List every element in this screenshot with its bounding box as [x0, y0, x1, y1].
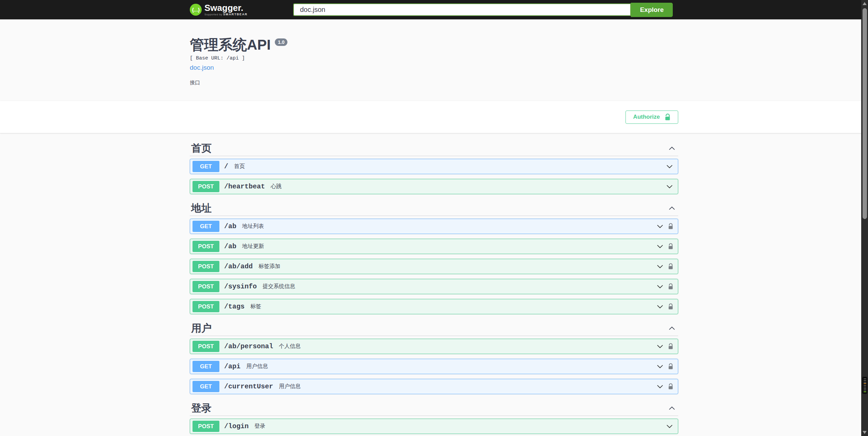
chevron-down-icon[interactable]: [656, 243, 664, 250]
operation-summary: 个人信息: [279, 343, 301, 350]
section-header[interactable]: 首页: [190, 139, 678, 156]
operation-row[interactable]: GET/ab地址列表: [190, 219, 678, 234]
operation-row[interactable]: POST/heartbeat心跳: [190, 179, 678, 194]
section-title: 登录: [191, 402, 212, 414]
operation-controls: [656, 283, 673, 290]
explore-button[interactable]: Explore: [631, 3, 673, 17]
chevron-down-icon[interactable]: [656, 303, 664, 310]
lock-icon[interactable]: [668, 383, 673, 390]
method-badge: POST: [193, 261, 219, 272]
operation-controls: [656, 263, 673, 270]
section-title: 首页: [191, 142, 212, 154]
operation-row[interactable]: POST/ab/personal个人信息: [190, 339, 678, 354]
section-header[interactable]: 用户: [190, 319, 678, 336]
brand-tagline: Supported by SMARTBEAR: [204, 13, 248, 16]
api-tag-section: 用户POST/ab/personal个人信息GET/api用户信息GET/cur…: [190, 319, 678, 394]
api-title-row: 管理系统API 1.0: [190, 38, 678, 52]
operation-row[interactable]: POST/ab地址更新: [190, 239, 678, 254]
chevron-up-icon[interactable]: [668, 405, 675, 412]
operations-list: 首页GET/首页POST/heartbeat心跳地址GET/ab地址列表POST…: [190, 133, 678, 436]
minimap-line: [864, 380, 866, 381]
operation-controls: [666, 163, 673, 170]
api-tag-section: 首页GET/首页POST/heartbeat心跳: [190, 139, 678, 194]
operation-row[interactable]: POST/login登录: [190, 419, 678, 434]
operation-path: /sysinfo: [224, 283, 257, 290]
chevron-down-icon[interactable]: [666, 423, 673, 430]
chevron-down-icon[interactable]: [656, 223, 664, 230]
operation-path: /login: [224, 422, 249, 430]
method-badge: POST: [193, 241, 219, 252]
smartbear-wordmark: SMARTBEAR: [223, 13, 248, 16]
operation-row[interactable]: GET/api用户信息: [190, 359, 678, 374]
operation-row[interactable]: POST/sysinfo提交系统信息: [190, 279, 678, 294]
chevron-up-icon[interactable]: [668, 145, 675, 152]
lock-icon[interactable]: [668, 223, 673, 230]
minimap-line: [864, 390, 866, 390]
chevron-down-icon[interactable]: [656, 363, 664, 370]
method-badge: POST: [193, 341, 219, 352]
section-header[interactable]: 登录: [190, 399, 678, 416]
method-badge: GET: [193, 361, 219, 372]
scrollbar[interactable]: [861, 0, 868, 436]
minimap-line: [864, 383, 866, 384]
page-title: 管理系统API: [190, 38, 271, 52]
operation-row[interactable]: GET/currentUser用户信息: [190, 379, 678, 394]
lock-icon[interactable]: [668, 303, 673, 310]
operation-controls: [656, 363, 673, 370]
lock-icon[interactable]: [668, 283, 673, 290]
lock-icon[interactable]: [668, 343, 673, 350]
chevron-down-icon[interactable]: [656, 343, 664, 350]
scroll-down-arrow-icon[interactable]: [863, 431, 867, 434]
chevron-down-icon[interactable]: [656, 263, 664, 270]
chevron-down-icon[interactable]: [656, 383, 664, 390]
operation-summary: 首页: [234, 163, 245, 170]
method-badge: GET: [193, 221, 219, 232]
chevron-down-icon[interactable]: [666, 183, 673, 190]
api-description: 接口: [190, 80, 678, 86]
lock-icon[interactable]: [668, 363, 673, 370]
operation-summary: 地址更新: [242, 243, 264, 250]
section-header[interactable]: 地址: [190, 199, 678, 216]
section-operations: POST/login登录POST/loginStatus登录状态: [190, 416, 678, 436]
lock-icon[interactable]: [668, 263, 673, 270]
operation-controls: [656, 343, 673, 350]
spec-doc-link[interactable]: doc.json: [190, 64, 214, 71]
scrollbar-thumb[interactable]: [863, 8, 867, 219]
authorize-label: Authorize: [633, 114, 660, 120]
minimap-line: [864, 385, 866, 386]
chevron-down-icon[interactable]: [656, 283, 664, 290]
chevron-up-icon[interactable]: [668, 205, 675, 212]
brand-name: Swagger.: [204, 3, 248, 12]
chevron-up-icon[interactable]: [668, 325, 675, 332]
operation-row[interactable]: POST/ab/add标签添加: [190, 259, 678, 274]
swagger-logo[interactable]: {…} Swagger. Supported by SMARTBEAR: [190, 3, 248, 16]
operation-path: /currentUser: [224, 383, 273, 390]
spec-url-input[interactable]: [293, 3, 631, 16]
operation-path: /: [224, 163, 228, 170]
operation-row[interactable]: GET/首页: [190, 159, 678, 174]
section-operations: GET/ab地址列表POST/ab地址更新POST/ab/add标签添加POST…: [190, 216, 678, 314]
chevron-down-icon[interactable]: [666, 163, 673, 170]
method-badge: POST: [193, 301, 219, 312]
operation-summary: 用户信息: [246, 363, 268, 370]
section-operations: POST/ab/personal个人信息GET/api用户信息GET/curre…: [190, 336, 678, 394]
operation-path: /heartbeat: [224, 183, 265, 190]
authorize-button[interactable]: Authorize: [625, 111, 678, 124]
section-title: 用户: [191, 322, 212, 334]
lock-icon[interactable]: [668, 243, 673, 250]
api-tag-section: 地址GET/ab地址列表POST/ab地址更新POST/ab/add标签添加PO…: [190, 199, 678, 314]
operation-summary: 提交系统信息: [263, 283, 295, 290]
method-badge: POST: [193, 281, 219, 292]
operation-summary: 地址列表: [242, 223, 264, 230]
scroll-minimap-widget[interactable]: [862, 377, 867, 394]
operation-row[interactable]: POST/tags标签: [190, 299, 678, 314]
section-title: 地址: [191, 202, 212, 214]
scroll-up-arrow-icon[interactable]: [863, 2, 867, 5]
method-badge: GET: [193, 161, 219, 172]
operation-summary: 登录: [254, 423, 265, 430]
version-badge: 1.0: [275, 38, 287, 46]
info-container: 管理系统API 1.0 [ Base URL: /api ] doc.json …: [0, 19, 868, 101]
base-url: [ Base URL: /api ]: [190, 55, 678, 61]
swagger-logo-icon: {…}: [190, 4, 202, 16]
operation-controls: [656, 303, 673, 310]
